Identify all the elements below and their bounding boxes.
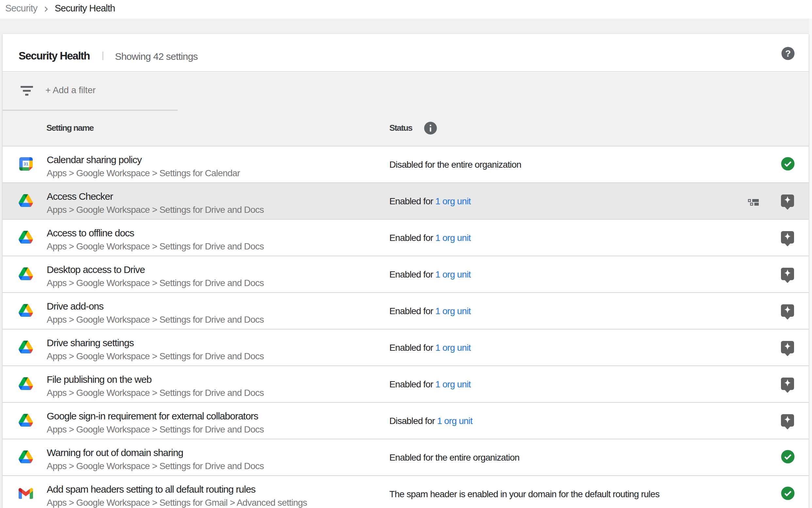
svg-text:?: ? xyxy=(785,48,791,58)
svg-text:31: 31 xyxy=(23,162,29,166)
